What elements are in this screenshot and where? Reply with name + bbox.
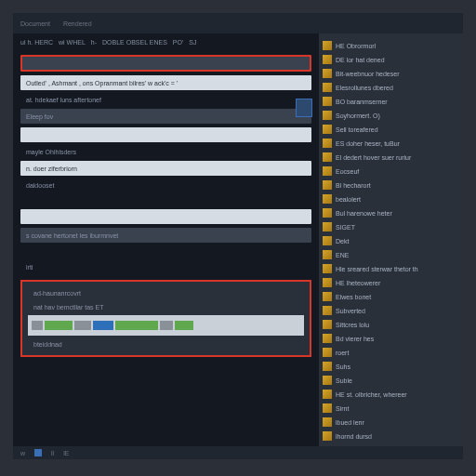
input-row[interactable]: n. doer ziferbriorn [20,161,311,176]
field-row[interactable]: s covane hertonet les iburmnvet [20,228,311,243]
label-row [20,246,311,258]
folder-icon [323,152,332,162]
folder-icon [323,292,332,301]
toolbar-item[interactable]: wi WHEL [59,39,86,46]
toolbar-item[interactable]: h- [91,39,97,46]
timeline-segment-green[interactable] [45,321,73,330]
list-item[interactable]: El dedert hover suer ruriur [323,151,459,164]
folder-icon [323,166,332,176]
list-item[interactable]: Soyhormert. O) [323,109,459,122]
folder-icon [323,194,332,204]
list-item[interactable]: ENE [323,248,459,261]
list-item[interactable]: Sell toreafered [323,123,459,136]
folder-icon [323,236,332,245]
timeline-segment[interactable] [74,321,91,330]
timeline-segment[interactable] [160,321,173,330]
label-row: at. hdekaef luns aftertonef [20,94,311,105]
list-item[interactable]: Sittcres lolu [323,318,459,331]
timeline-track[interactable] [28,315,304,336]
label-row: nat hav bemctllar tas ET [28,301,304,312]
menu-item[interactable]: Rendered [63,20,92,27]
folder-icon [323,264,332,273]
folder-icon [323,362,332,371]
list-item[interactable]: DE lor hat dened [323,53,459,66]
field-row[interactable]: Eleep fov [20,109,311,124]
label-row: irti [20,261,311,272]
folder-icon [323,125,332,134]
folder-icon [323,55,332,64]
list-item[interactable]: roert [323,346,459,359]
list-item[interactable]: Hle sreared sterwar thetor th [323,262,459,275]
list-item[interactable]: Sirnt [323,402,459,415]
folder-icon [323,431,332,441]
timeline-segment-green[interactable] [115,321,158,330]
folder-icon [323,348,332,357]
folder-icon [323,222,332,231]
list-item[interactable]: HE st. olbricher, whereer [323,388,459,401]
folder-icon [323,278,332,287]
folder-icon [323,180,332,190]
folder-icon [323,69,332,78]
input-row[interactable] [20,127,311,142]
input-row[interactable] [20,209,311,224]
timeline-segment-blue[interactable] [93,321,113,330]
folder-icon [323,139,332,148]
folder-icon [323,111,332,120]
status-bar: w ll lE [13,446,463,459]
list-item[interactable]: Elesrollunes dbered [323,81,459,94]
status-text: lE [63,450,69,456]
folder-icon [323,376,332,385]
list-item[interactable]: BO baranmserner [323,95,459,108]
list-item[interactable]: Elwes bonet [323,290,459,303]
toolbar-item[interactable]: ui h. HERC [20,39,53,46]
label-row: bteiddnad [28,338,304,350]
list-item[interactable]: Bd vierer hes [323,332,459,345]
window-titlebar: Document Rendered [13,13,463,33]
label-row: daldooset [20,179,311,191]
side-panel: HE Obrormorl DE lor hat dened Bit-weebnu… [319,13,463,459]
folder-icon [323,320,332,329]
timeline-segment-green[interactable] [175,321,193,330]
folder-icon [323,334,332,343]
list-item[interactable]: Bit-weebnuor hedeser [323,67,459,80]
folder-icon [323,403,332,413]
folder-icon [323,83,332,92]
side-chip-icon[interactable] [296,99,312,117]
list-item[interactable]: bealolert [323,192,459,205]
main-panel: ui h. HERC wi WHEL h- DOBLE OBSEL ENES P… [13,13,319,459]
list-item[interactable]: lhornd dursd [323,430,459,443]
folder-icon [323,250,332,259]
folder-icon [323,306,332,315]
status-text: ll [51,450,54,456]
list-item[interactable]: Dekt [323,234,459,247]
folder-icon [323,41,332,50]
list-item[interactable]: HE Obrormorl [323,39,459,52]
highlighted-row[interactable] [20,55,311,72]
timeline-segment[interactable] [32,321,43,330]
highlighted-section: ad-haunanrcovrt nat hav bemctllar tas ET… [20,280,311,357]
list-item[interactable]: Bl hecharort [323,178,459,192]
label-row [20,194,311,205]
status-text: w [20,450,25,456]
list-item[interactable]: Bul harenowe heter [323,206,459,219]
toolbar: ui h. HERC wi WHEL h- DOBLE OBSEL ENES P… [20,37,311,51]
folder-icon [323,417,332,427]
folder-icon [323,97,332,106]
menu-item[interactable]: Document [20,20,50,27]
label-row: ad-haunanrcovrt [28,287,304,298]
list-item[interactable]: ES doher heser, tuBur [323,137,459,150]
list-item[interactable]: HE lheteowerer [323,276,459,289]
status-indicator-icon [34,449,42,456]
list-item[interactable]: lbued lenr [323,416,459,429]
toolbar-item[interactable]: SJ [189,39,196,46]
list-item[interactable]: Suble [323,374,459,387]
list-item[interactable]: SIGET [323,220,459,233]
toolbar-item[interactable]: DOBLE OBSEL ENES [102,39,167,46]
input-row[interactable]: Outled' , Ashmant , ons Opranmant bilres… [20,75,311,90]
toolbar-item[interactable]: PO' [173,39,183,46]
list-item[interactable]: Suhs [323,360,459,373]
list-item[interactable]: Subverted [323,304,459,317]
list-item[interactable]: Eocseuf [323,165,459,178]
folder-icon [323,390,332,399]
label-row: mayle Ohlhlsders [20,146,311,157]
